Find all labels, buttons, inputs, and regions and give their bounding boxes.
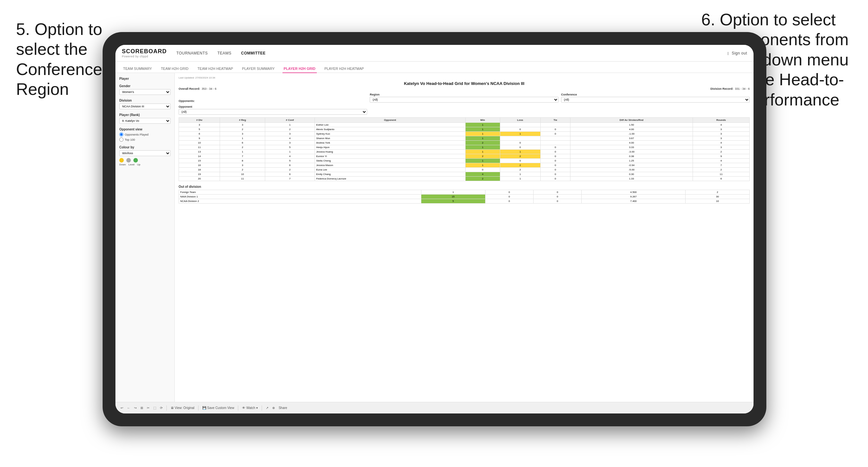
toolbar-sep2 — [198, 405, 198, 411]
toolbar-share[interactable]: Share — [279, 406, 287, 410]
table-row: 1636 Jessica Mason 120 -0.947 — [179, 163, 750, 168]
th-loss: Loss — [500, 118, 540, 123]
label-down: Down — [119, 163, 126, 166]
subnav-team-h2h-heatmap[interactable]: TEAM H2H HEATMAP — [196, 65, 235, 73]
th-div: # Div — [179, 118, 220, 123]
table-row: 522 Alexis Sudjianto 100 4.003 — [179, 127, 750, 132]
toolbar-copy[interactable]: ⬚ — [153, 406, 156, 410]
toolbar-export[interactable]: ↗ — [266, 406, 268, 410]
out-of-division-table: Foreign Team 100 4.5002 NAIA Division 1 … — [179, 190, 750, 204]
subnav-player-h2h-heatmap[interactable]: PLAYER H2H HEATMAP — [323, 65, 365, 73]
division-record-label: Division Record: — [710, 87, 733, 90]
th-diff: Diff Av Strokes/Rnd — [570, 118, 693, 123]
sidebar-division-section: Division NCAA Division III — [119, 99, 170, 109]
nav-committee[interactable]: COMMITTEE — [241, 50, 266, 57]
table-row: Foreign Team 100 4.5002 — [179, 190, 750, 194]
subnav-team-h2h-grid[interactable]: TEAM H2H GRID — [160, 65, 190, 73]
toolbar-grid[interactable]: ⊞ — [141, 406, 143, 410]
table-row: NAIA Division 1 1500 9.26730 — [179, 194, 750, 199]
subnav-player-summary[interactable]: PLAYER SUMMARY — [241, 65, 276, 73]
logo-sub: Powered by clippd — [122, 55, 167, 58]
opponents-label: Opponents: — [179, 99, 367, 102]
subnav-player-h2h-grid[interactable]: PLAYER H2H GRID — [282, 65, 317, 73]
opponent-view-label: Opponent view — [119, 128, 170, 131]
toolbar-save-custom[interactable]: 💾 Save Custom View — [202, 406, 234, 410]
table-row: NCAA Division 2 500 7.40010 — [179, 199, 750, 204]
toolbar-undo[interactable]: ↩ — [121, 406, 123, 410]
sidebar-gender-section: Gender Women's — [119, 84, 170, 95]
conference-select[interactable]: (All) — [561, 97, 750, 102]
table-row: 1311 Jessica Huang 110 -3.002 — [179, 150, 750, 154]
tablet-device: SCOREBOARD Powered by clippd TOURNAMENTS… — [103, 32, 766, 426]
opponent-filter-group: Opponent (All) — [179, 105, 367, 115]
colour-dots — [119, 158, 170, 162]
sign-out-link[interactable]: Sign out — [732, 50, 747, 57]
th-rounds: Rounds — [692, 118, 749, 123]
sidebar-division-label: Division — [119, 99, 170, 102]
table-row: 914 Sharon Mun 1 3.673 — [179, 136, 750, 141]
sidebar-gender-label: Gender — [119, 84, 170, 88]
toolbar-watch[interactable]: 👁 Watch ▾ — [242, 406, 258, 410]
overall-record: Overall Record: 353 - 34 - 6 — [179, 87, 216, 90]
th-opponent: Opponent — [315, 118, 465, 123]
opponents-label-group: Opponents: — [179, 99, 367, 102]
sidebar-opponent-view-section: Opponent view Opponents Played Top 100 — [119, 128, 170, 142]
table-row: 633 Sydney Kuo 110 -1.003 — [179, 132, 750, 136]
toolbar-view-original[interactable]: 🖥 View: Original — [170, 406, 194, 410]
toolbar-back[interactable]: ← — [127, 406, 130, 410]
toolbar-refresh[interactable]: ⟳ — [160, 406, 162, 410]
dot-down — [119, 158, 124, 162]
tablet-screen: SCOREBOARD Powered by clippd TOURNAMENTS… — [116, 45, 753, 413]
sidebar-playerrank-section: Player (Rank) 8. Katelyn Vo — [119, 113, 170, 124]
colour-by-select[interactable]: Win/loss — [119, 150, 170, 156]
right-panel: Last Updated: 27/03/2024 10:34 Katelyn V… — [175, 73, 753, 402]
opponent-view-radios: Opponents Played Top 100 — [119, 132, 170, 142]
bottom-toolbar: ↩ ← ↪ ⊞ ✂ ⬚ ⟳ 🖥 View: Original 💾 Save Cu… — [116, 402, 753, 413]
toolbar-add[interactable]: ⊕ — [272, 406, 275, 410]
header-pipe: | — [727, 51, 728, 55]
table-row: 331 Esther Lee 1 1.504 — [179, 123, 750, 127]
region-select[interactable]: (All) — [370, 97, 558, 102]
record-row: Overall Record: 353 - 34 - 6 Division Re… — [179, 87, 750, 90]
app-header: SCOREBOARD Powered by clippd TOURNAMENTS… — [116, 45, 753, 62]
main-nav: TOURNAMENTS TEAMS COMMITTEE — [176, 50, 727, 57]
sidebar-player-label: Player — [119, 77, 170, 81]
table-row: 1585 Stella Cheng 100 1.254 — [179, 159, 750, 163]
gender-select[interactable]: Women's — [119, 89, 170, 95]
nav-teams[interactable]: TEAMS — [217, 50, 231, 57]
dot-up — [133, 158, 138, 162]
player-rank-select[interactable]: 8. Katelyn Vo — [119, 118, 170, 124]
region-filter-label: Region — [370, 93, 558, 96]
filter-row: Opponents: Region (All) Conference (All) — [179, 93, 750, 115]
radio-top100[interactable]: Top 100 — [119, 137, 170, 142]
subnav-team-summary[interactable]: TEAM SUMMARY — [122, 65, 153, 73]
last-updated: Last Updated: 27/03/2024 10:34 — [179, 76, 750, 79]
conference-filter-group: Conference (All) — [561, 93, 750, 102]
sidebar-playerrank-label: Player (Rank) — [119, 113, 170, 117]
toolbar-redo[interactable]: ↪ — [134, 406, 136, 410]
region-filter-group: Region (All) — [370, 93, 558, 102]
toolbar-cut[interactable]: ✂ — [147, 406, 149, 410]
opponent-select[interactable]: (All) — [179, 109, 367, 115]
overall-record-label: Overall Record: — [179, 87, 200, 90]
colour-labels: Down Level Up — [119, 163, 170, 166]
table-row: 1474 Eunice Yi 220 0.389 — [179, 154, 750, 159]
sidebar: Player Gender Women's Division NCAA Divi… — [116, 73, 175, 402]
table-row: 1125 Heeju Hyun 100 3.333 — [179, 145, 750, 150]
radio-opponents-played[interactable]: Opponents Played — [119, 132, 170, 136]
nav-tournaments[interactable]: TOURNAMENTS — [176, 50, 208, 57]
table-row: 1063 Andrea York 20 4.004 — [179, 141, 750, 145]
division-record-value: 331 - 34 - 6 — [735, 87, 750, 90]
opponent-filter-label: Opponent — [179, 105, 367, 108]
colour-by-label: Colour by — [119, 146, 170, 149]
th-conf: # Conf — [265, 118, 315, 123]
main-content: Player Gender Women's Division NCAA Divi… — [116, 73, 753, 402]
table-row: 19106 Emily Chang 410 0.3011 — [179, 172, 750, 177]
division-select[interactable]: NCAA Division III — [119, 103, 170, 109]
toolbar-sep1 — [166, 405, 167, 411]
table-row: 20117 Federica Domecq Lacroze 210 1.336 — [179, 177, 750, 181]
out-of-division-header: Out of division — [179, 185, 750, 188]
table-row: 1822 Euna Lee 020 -5.002 — [179, 168, 750, 172]
th-win: Win — [465, 118, 500, 123]
toolbar-sep3 — [238, 405, 238, 411]
